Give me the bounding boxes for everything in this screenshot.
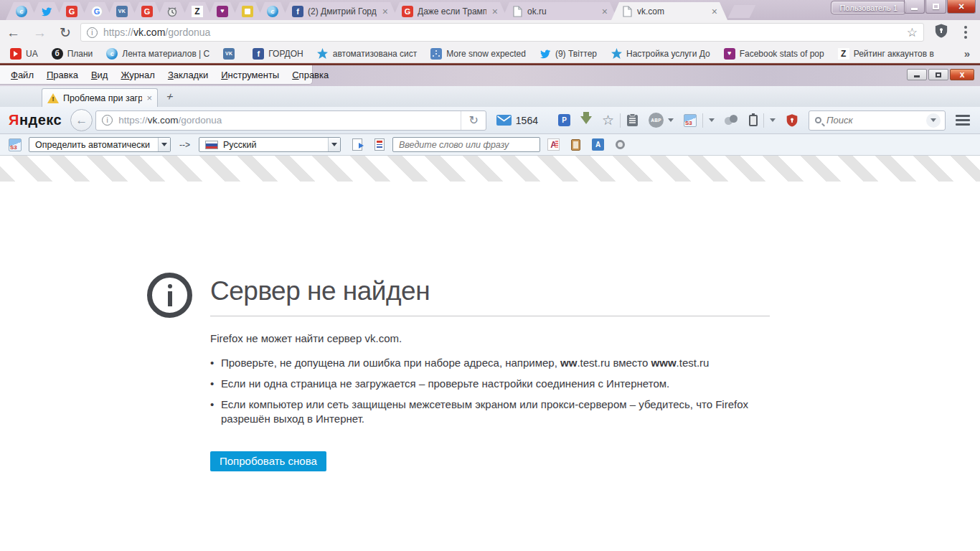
yandex-logo[interactable]: Яндекс: [9, 112, 62, 128]
chrome-tab-facebook[interactable]: f (2) Дмитрий Гордо ×: [282, 2, 398, 20]
profile-user-button[interactable]: Пользователь 1: [831, 1, 905, 14]
close-button[interactable]: ×: [947, 0, 976, 14]
bookmark-item[interactable]: fГОРДОН: [253, 48, 303, 60]
menu-edit[interactable]: Правка: [40, 67, 85, 83]
search-input[interactable]: [826, 115, 926, 126]
gear-icon[interactable]: [614, 138, 626, 151]
menu-file[interactable]: Файл: [4, 67, 40, 83]
reload-button[interactable]: ↻: [53, 26, 77, 39]
tab-title: vk.com: [637, 6, 706, 17]
menu-view[interactable]: Вид: [85, 67, 115, 83]
bookmark-item[interactable]: ♥Facebook stats of pop: [724, 48, 824, 60]
translate-word-input[interactable]: [392, 137, 540, 152]
clipboard-icon[interactable]: [570, 138, 582, 151]
facebook-icon: f: [292, 6, 303, 17]
bookmark-item[interactable]: Настройка услуги До: [611, 48, 710, 60]
page-info-icon[interactable]: i: [102, 115, 113, 126]
bookmark-item[interactable]: cЛента материалов | С: [106, 48, 209, 60]
bookmark-star-icon[interactable]: ☆: [602, 112, 614, 128]
clipboard-icon[interactable]: [626, 113, 639, 127]
tab-close-button[interactable]: ×: [146, 93, 152, 103]
yellow-badge-icon: [242, 6, 253, 17]
maximize-button[interactable]: [925, 0, 946, 14]
bookmark-item[interactable]: (9) Твіттер: [540, 48, 597, 60]
z-icon: Z: [838, 48, 849, 60]
try-again-button[interactable]: Попробовать снова: [210, 451, 326, 471]
clock-icon: [166, 6, 178, 17]
dual-circles-icon[interactable]: [725, 115, 739, 126]
chevron-down-icon[interactable]: [668, 118, 674, 122]
menu-history[interactable]: Журнал: [114, 67, 161, 83]
url-text: https://vk.com/gordonua: [103, 27, 210, 38]
back-button[interactable]: ←: [0, 26, 27, 39]
chrome-menu-button[interactable]: [958, 23, 973, 42]
error-suggestions-list: Проверьте, не допущена ли ошибка при наб…: [210, 356, 761, 433]
reload-button[interactable]: ↻: [461, 111, 485, 130]
bookmark-item[interactable]: More snow expected: [430, 48, 526, 60]
noscript-shield-icon[interactable]: [786, 113, 798, 128]
chrome-blue-icon: c: [16, 6, 27, 17]
bookmark-item[interactable]: бПлани: [52, 48, 93, 60]
gordon-g-icon: G: [66, 6, 77, 17]
menu-tools[interactable]: Инструменты: [215, 67, 286, 83]
translate-page-icon[interactable]: [351, 138, 363, 151]
bookmark-item[interactable]: автоматизована сист: [317, 48, 417, 60]
close-button[interactable]: x: [950, 69, 974, 80]
tab-close-button[interactable]: ×: [710, 6, 719, 17]
mail-icon[interactable]: [496, 115, 512, 126]
chrome-tab-gordon[interactable]: G Даже если Трамп ×: [392, 2, 508, 20]
adblock-plus-icon[interactable]: ABP: [649, 113, 664, 128]
minimize-button[interactable]: [907, 69, 927, 80]
firefox-navigation-bar: Яндекс ← i https://vk.com/gordonua ↻ 156…: [0, 107, 980, 134]
chrome-tab-okru[interactable]: ok.ru ×: [501, 2, 618, 20]
chrome-blue-icon: c: [267, 6, 278, 17]
menu-help[interactable]: Справка: [286, 67, 335, 83]
bookmark-item[interactable]: VK: [223, 48, 239, 60]
firefox-tab-error-page[interactable]: ! Проблема при загрузке стр ×: [42, 88, 158, 107]
page-info-icon[interactable]: i: [87, 27, 98, 38]
minimize-button[interactable]: [904, 0, 925, 14]
firefox-address-bar[interactable]: i https://vk.com/gordonua ↻: [95, 110, 486, 131]
extension-shield-icon[interactable]: [934, 23, 948, 42]
page-lines-icon[interactable]: [373, 138, 385, 151]
translate-selection-icon[interactable]: A: [547, 138, 560, 151]
blue-star-icon: [611, 48, 622, 60]
back-button[interactable]: ←: [70, 109, 93, 131]
info-icon: [147, 273, 192, 318]
s3-translator-icon[interactable]: S3: [9, 138, 22, 151]
gordon-g-icon: G: [141, 6, 153, 17]
forward-button[interactable]: →: [27, 26, 53, 39]
new-tab-button[interactable]: +: [164, 90, 175, 103]
s3-translator-icon[interactable]: S3: [684, 114, 697, 127]
error-description: Firefox не может найти сервер vk.com.: [210, 332, 402, 344]
tab-title: Даже если Трамп: [418, 6, 486, 17]
tab-close-button[interactable]: ×: [491, 6, 499, 17]
tab-close-button[interactable]: ×: [381, 6, 390, 17]
chrome-address-bar[interactable]: i https://vk.com/gordonua ☆: [80, 23, 924, 42]
hamburger-menu-button[interactable]: [956, 115, 970, 126]
bookmarks-overflow-button[interactable]: »: [964, 47, 970, 60]
chrome-tab-vkcom-active[interactable]: vk.com ×: [611, 2, 727, 20]
source-language-select[interactable]: Определить автоматически: [29, 137, 171, 152]
search-box[interactable]: [809, 110, 946, 131]
chevron-down-icon: [328, 138, 340, 151]
word-translator-icon[interactable]: A: [592, 138, 604, 151]
menu-bookmarks[interactable]: Закладки: [161, 67, 215, 83]
chevron-down-icon[interactable]: [770, 118, 776, 122]
bookmark-item[interactable]: ZРейтинг аккаунтов в: [838, 48, 934, 60]
battery-icon[interactable]: [749, 115, 758, 126]
download-arrow-icon[interactable]: [580, 116, 592, 124]
tab-close-button[interactable]: ×: [600, 6, 609, 17]
blue-star-icon: [317, 48, 329, 60]
new-tab-button[interactable]: [728, 5, 756, 18]
google-icon: G: [91, 6, 103, 17]
chrome-window-controls: ×: [903, 0, 976, 14]
chevron-down-icon[interactable]: [709, 118, 715, 122]
target-language-select[interactable]: Русский: [199, 137, 341, 152]
bookmark-star-icon[interactable]: ☆: [907, 25, 918, 40]
search-engine-dropdown[interactable]: [926, 113, 941, 128]
firefox-tab-bar: ! Проблема при загрузке стр × +: [0, 86, 980, 107]
bookmark-item[interactable]: UA: [10, 48, 38, 60]
restore-button[interactable]: [928, 69, 948, 80]
pagerank-icon[interactable]: P: [558, 114, 570, 126]
